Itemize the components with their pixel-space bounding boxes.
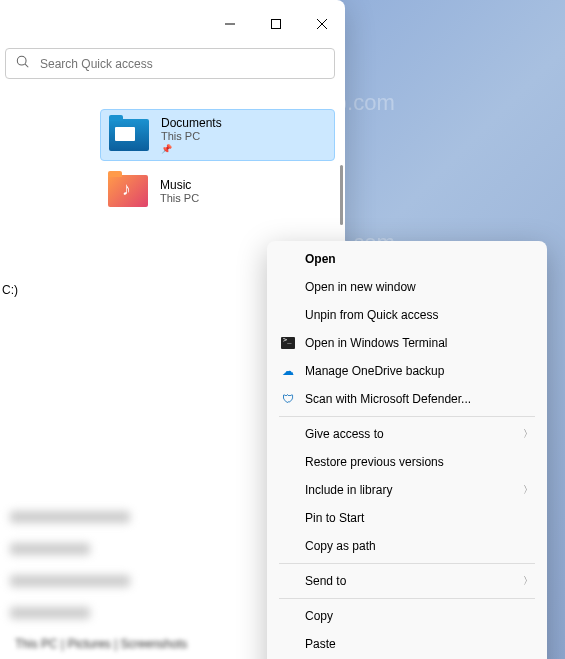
onedrive-icon: ☁ [279, 364, 297, 378]
menu-unpin[interactable]: Unpin from Quick access [271, 301, 543, 329]
item-location: This PC [160, 192, 199, 204]
scrollbar[interactable] [340, 165, 343, 225]
search-input[interactable] [40, 57, 324, 71]
chevron-right-icon: 〉 [523, 483, 533, 497]
menu-separator [279, 563, 535, 564]
menu-give-access[interactable]: Give access to〉 [271, 420, 543, 448]
menu-onedrive[interactable]: ☁Manage OneDrive backup [271, 357, 543, 385]
menu-restore[interactable]: Restore previous versions [271, 448, 543, 476]
menu-terminal[interactable]: Open in Windows Terminal [271, 329, 543, 357]
chevron-right-icon: 〉 [523, 574, 533, 588]
blurred-content [10, 511, 130, 619]
item-location: This PC [161, 130, 222, 142]
titlebar[interactable] [0, 0, 345, 48]
folder-icon [108, 175, 148, 207]
item-name: Music [160, 178, 199, 192]
menu-include-library[interactable]: Include in library〉 [271, 476, 543, 504]
pin-icon: 📌 [161, 144, 222, 154]
menu-separator [279, 598, 535, 599]
maximize-button[interactable] [253, 8, 299, 40]
search-box[interactable] [5, 48, 335, 79]
item-name: Documents [161, 116, 222, 130]
minimize-button[interactable] [207, 8, 253, 40]
svg-line-5 [25, 64, 28, 67]
chevron-right-icon: 〉 [523, 427, 533, 441]
status-text: This PC | Pictures | Screenshots [15, 637, 187, 651]
svg-point-4 [17, 56, 26, 65]
terminal-icon [281, 337, 295, 349]
menu-defender[interactable]: 🛡Scan with Microsoft Defender... [271, 385, 543, 413]
menu-copy-path[interactable]: Copy as path [271, 532, 543, 560]
drive-label: C:) [2, 283, 18, 297]
context-menu: Open Open in new window Unpin from Quick… [267, 241, 547, 659]
search-icon [16, 55, 30, 72]
svg-rect-1 [272, 20, 281, 29]
folder-item-music[interactable]: Music This PC [100, 169, 335, 213]
menu-separator [279, 416, 535, 417]
menu-open[interactable]: Open [271, 245, 543, 273]
shield-icon: 🛡 [279, 392, 297, 406]
menu-open-new-window[interactable]: Open in new window [271, 273, 543, 301]
folder-item-documents[interactable]: Documents This PC 📌 [100, 109, 335, 161]
folder-icon [109, 119, 149, 151]
close-button[interactable] [299, 8, 345, 40]
menu-paste[interactable]: Paste [271, 630, 543, 658]
menu-pin-start[interactable]: Pin to Start [271, 504, 543, 532]
menu-copy[interactable]: Copy [271, 602, 543, 630]
menu-send-to[interactable]: Send to〉 [271, 567, 543, 595]
